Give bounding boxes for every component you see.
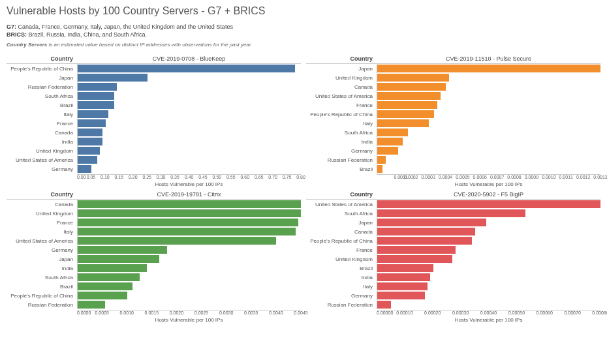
bar — [78, 237, 276, 245]
bar-cell — [77, 164, 301, 174]
bar-cell — [377, 218, 600, 227]
note-line: Country Servers is an estimated value ba… — [7, 42, 600, 48]
row-label: People's Republic of China — [7, 291, 77, 300]
bar-cell — [77, 100, 301, 110]
row-label: United Kingdom — [7, 146, 77, 155]
chart-row: France — [306, 100, 600, 110]
brics-label: BRICS: — [7, 31, 27, 38]
chart-row: Japan — [306, 218, 600, 227]
bar — [78, 209, 301, 217]
tick-label: 0.55 — [226, 175, 236, 179]
tick-label: 0.40 — [185, 175, 194, 179]
tick-label: 0.80 — [296, 175, 305, 179]
bar-cell — [77, 82, 301, 91]
tick-label: 0.0004 — [439, 175, 452, 179]
chart-1: CountryCVE-2019-11510 - Pulse SecureJapa… — [306, 54, 600, 187]
bar — [377, 237, 472, 245]
row-label: India — [7, 137, 77, 146]
chart-row: South Africa — [306, 128, 600, 137]
chart-row: India — [7, 264, 301, 273]
row-label: Italy — [7, 110, 77, 119]
chart-title: CVE-2019-0708 - BlueKeep — [77, 54, 301, 63]
row-label: Germany — [306, 291, 377, 300]
bar — [377, 301, 391, 309]
tick-label: 0.0010 — [542, 175, 555, 179]
bar-cell — [77, 254, 301, 264]
bar — [78, 246, 167, 254]
tick-label: 0.00060 — [537, 311, 553, 315]
chart-row: Germany — [7, 245, 301, 254]
chart-row: Canada — [7, 200, 301, 209]
bar-cell — [77, 209, 301, 218]
bar — [377, 156, 386, 164]
bar-cell — [77, 73, 301, 82]
bar — [78, 165, 91, 173]
bar-cell — [77, 155, 301, 164]
bar — [78, 292, 127, 299]
x-axis-label: Hosts Vulnerable per 100 IPs — [155, 181, 223, 187]
row-label: United States of America — [306, 200, 377, 209]
column-header-country: Country — [306, 54, 377, 63]
bar — [78, 255, 159, 263]
chart-row: United Kingdom — [7, 209, 301, 218]
chart-row: Germany — [306, 291, 600, 300]
bar-cell — [377, 236, 600, 245]
tick-label: 0.0012 — [576, 175, 590, 179]
x-axis-label: Hosts Vulnerable per 100 IPs — [455, 317, 523, 323]
bar-cell — [377, 146, 600, 155]
tick-label: 0.0007 — [490, 175, 504, 179]
bar — [78, 92, 114, 100]
bar — [78, 110, 108, 118]
bar — [377, 264, 433, 272]
row-label: France — [306, 245, 377, 254]
row-label: United Kingdom — [7, 209, 77, 218]
chart-row: Japan — [306, 64, 600, 73]
chart-row: People's Republic of China — [7, 64, 301, 73]
tick-label: 0.70 — [268, 175, 277, 179]
row-label: India — [7, 264, 77, 273]
row-label: India — [306, 273, 377, 282]
bar — [78, 264, 147, 272]
row-label: Japan — [306, 218, 377, 227]
bar — [78, 74, 148, 82]
column-header-country: Country — [7, 190, 77, 199]
row-label: France — [7, 119, 77, 128]
row-label: Brazil — [306, 264, 377, 273]
bar — [377, 138, 403, 145]
bar-cell — [377, 200, 600, 209]
row-label: Italy — [306, 282, 377, 291]
chart-row: United States of America — [306, 91, 600, 100]
bar-cell — [77, 300, 301, 309]
tick-label: 0.00000 — [377, 311, 393, 315]
bar — [377, 246, 456, 254]
x-axis-label: Hosts Vulnerable per 100 IPs — [455, 181, 523, 187]
bar — [377, 228, 475, 235]
chart-title: CVE-2019-19781 - Citrix — [77, 190, 301, 199]
bar — [377, 83, 446, 91]
bar-cell — [77, 91, 301, 100]
tick-label: 0.0035 — [244, 311, 258, 315]
bar — [377, 147, 398, 155]
chart-row: United Kingdom — [306, 73, 600, 82]
chart-row: Russian Federation — [306, 300, 600, 309]
row-label: Russian Federation — [306, 300, 377, 309]
bar — [377, 219, 486, 226]
row-label: South Africa — [306, 128, 377, 137]
tick-label: 0.30 — [157, 175, 166, 179]
chart-row: Canada — [306, 227, 600, 236]
bar — [377, 129, 408, 136]
chart-row: India — [7, 137, 301, 146]
chart-row: Brazil — [7, 100, 301, 110]
chart-0: CountryCVE-2019-0708 - BlueKeepPeople's … — [7, 54, 301, 187]
chart-row: Russian Federation — [7, 82, 301, 91]
row-label: Germany — [306, 146, 377, 155]
x-axis: 0.00000.00050.00100.00150.00200.00250.00… — [77, 310, 301, 323]
row-label: United Kingdom — [306, 73, 377, 82]
bar-cell — [377, 282, 600, 291]
g7-text: Canada, France, Germany, Italy, Japan, t… — [18, 23, 233, 30]
bar-cell — [377, 227, 600, 236]
tick-label: 0.00020 — [424, 311, 441, 315]
tick-label: 0.50 — [213, 175, 222, 179]
tick-label: 0.0025 — [195, 311, 208, 315]
tick-label: 0.15 — [115, 175, 124, 179]
